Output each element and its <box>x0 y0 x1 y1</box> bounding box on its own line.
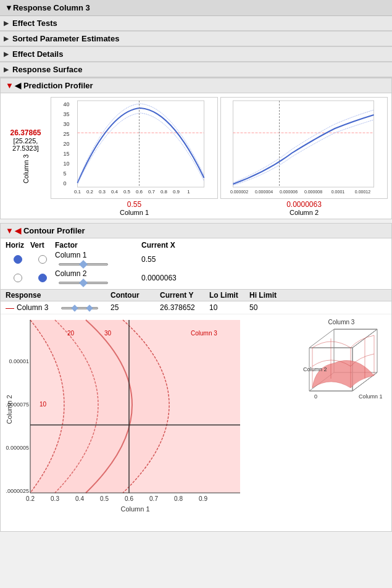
factor1-row: Column 1 0.55 <box>6 251 386 268</box>
svg-text:0.8: 0.8 <box>174 495 183 502</box>
profiler-charts-area: 40 35 30 25 20 15 10 5 0 <box>49 96 389 216</box>
svg-text:0.7: 0.7 <box>148 189 156 195</box>
response-surface-label: Response Surface <box>12 65 82 74</box>
svg-text:35: 35 <box>64 111 70 117</box>
factor1-slider-diamond[interactable] <box>79 260 88 269</box>
response-title: ▼ Response Column 3 <box>0 0 392 16</box>
vert-radio-2[interactable] <box>38 274 47 282</box>
contour-red-icon: ◀ <box>15 226 21 235</box>
effect-tests-arrow-icon: ▶ <box>4 20 9 27</box>
response-slider-left-diamond[interactable] <box>72 304 78 311</box>
factor1-slider-track[interactable] <box>59 263 108 266</box>
contour-chart-area: 10 20 30 Column 3 0.2 0.3 0.4 0.5 0.6 0.… <box>1 314 391 531</box>
hi-limit-header: Hi Limit <box>249 291 290 300</box>
chart1-x-value[interactable]: 0.55 <box>49 200 219 209</box>
svg-text:0.7: 0.7 <box>149 495 158 502</box>
contour-map: 10 20 30 Column 3 0.2 0.3 0.4 0.5 0.6 0.… <box>6 317 294 529</box>
svg-text:0.9: 0.9 <box>173 189 180 195</box>
svg-text:25: 25 <box>64 131 70 137</box>
svg-text:20: 20 <box>64 141 70 147</box>
chart-footers: 0.55 Column 1 0.0000063 Column 2 <box>49 200 389 216</box>
sorted-params-label: Sorted Parameter Estimates <box>12 34 119 43</box>
effect-details-label: Effect Details <box>12 49 63 59</box>
factor2-slider-diamond[interactable] <box>79 279 88 287</box>
profiler-y-name: Column 3 <box>22 154 30 183</box>
contour-header[interactable]: ▼ ◀ Contour Profiler <box>1 224 391 238</box>
contour-title: Contour Profiler <box>23 226 85 235</box>
factor-controls: Horiz Vert Factor Current X Column 1 0.5… <box>1 238 391 289</box>
response-name-cell: — Column 3 <box>6 303 61 313</box>
lo-limit-value-cell[interactable]: 10 <box>209 303 249 312</box>
svg-text:0.00012: 0.00012 <box>355 190 370 194</box>
response-slider-track[interactable] <box>61 307 98 309</box>
svg-text:1: 1 <box>187 189 190 195</box>
effect-tests-label: Effect Tests <box>12 19 57 28</box>
chart1-footer: 0.55 Column 1 <box>49 200 219 216</box>
factor2-slider-track[interactable] <box>59 282 108 284</box>
response-slider-cell[interactable] <box>61 303 111 312</box>
horiz-header: Horiz <box>6 241 30 250</box>
prediction-profiler-panel: ▼ ◀ Prediction Profiler 26.37865 [25.225… <box>0 78 392 219</box>
factor1-current-x[interactable]: 0.55 <box>141 255 156 264</box>
factor-header: Factor <box>55 241 141 250</box>
svg-text:10: 10 <box>64 161 70 167</box>
chart2-container: 0.000002 0.000004 0.000006 0.000008 0.00… <box>220 97 388 199</box>
response-col-header: Response <box>6 291 61 300</box>
chart2-x-value[interactable]: 0.0000063 <box>219 200 389 209</box>
profiler-red-icon: ◀ <box>15 81 21 90</box>
svg-text:Column 3: Column 3 <box>191 330 217 337</box>
svg-text:0.3: 0.3 <box>51 495 59 502</box>
response-slider-right-diamond[interactable] <box>86 304 93 311</box>
contour-value-cell[interactable]: 25 <box>111 303 160 312</box>
contour-col-header <box>61 291 111 300</box>
svg-text:Column 1: Column 1 <box>120 505 149 513</box>
effect-details-section[interactable]: ▶ Effect Details <box>0 47 392 62</box>
effect-tests-section[interactable]: ▶ Effect Tests <box>0 16 392 32</box>
factor2-name: Column 2 <box>55 269 141 287</box>
factor2-current-x[interactable]: 0.0000063 <box>141 274 177 282</box>
threed-surface: Column 3 Column 2 0 <box>297 317 386 529</box>
contour-map-svg: 10 20 30 Column 3 0.2 0.3 0.4 0.5 0.6 0.… <box>6 317 271 527</box>
svg-text:30: 30 <box>64 121 70 127</box>
response-surface-section[interactable]: ▶ Response Surface <box>0 62 392 78</box>
controls-header-row: Horiz Vert Factor Current X <box>6 241 386 250</box>
horiz-radio-1[interactable] <box>14 255 22 264</box>
svg-text:0.6: 0.6 <box>136 189 143 195</box>
svg-text:0.00001: 0.00001 <box>9 358 29 364</box>
sorted-params-section[interactable]: ▶ Sorted Parameter Estimates <box>0 32 392 47</box>
svg-text:0.000005: 0.000005 <box>6 445 29 451</box>
horiz-radio-2[interactable] <box>14 274 22 282</box>
profiler-y-interval1: [25.225, <box>14 137 38 145</box>
vert-radio-1[interactable] <box>38 255 47 264</box>
svg-text:0.4: 0.4 <box>111 189 119 195</box>
collapse-arrow-icon[interactable]: ▼ <box>5 3 13 12</box>
factor2-vert[interactable] <box>30 274 55 282</box>
svg-text:15: 15 <box>64 151 70 157</box>
chart1-container: 40 35 30 25 20 15 10 5 0 <box>51 97 218 199</box>
svg-text:0.4: 0.4 <box>75 495 84 502</box>
response-color-line: — <box>6 303 14 313</box>
factor1-name: Column 1 <box>55 251 141 268</box>
svg-text:Column 2: Column 2 <box>303 366 327 372</box>
factor1-vert[interactable] <box>30 255 55 264</box>
effect-details-arrow-icon: ▶ <box>4 51 9 57</box>
factor2-horiz[interactable] <box>6 274 30 282</box>
svg-text:0: 0 <box>314 393 317 400</box>
svg-text:Column 1: Column 1 <box>359 393 383 400</box>
hi-limit-value-cell[interactable]: 50 <box>249 303 290 312</box>
svg-text:0.8: 0.8 <box>161 189 168 195</box>
svg-text:30: 30 <box>104 330 112 337</box>
response-title-text: Response Column 3 <box>13 3 90 12</box>
svg-text:0.000004: 0.000004 <box>255 190 273 194</box>
svg-text:0.9: 0.9 <box>199 495 207 502</box>
profiler-header[interactable]: ▼ ◀ Prediction Profiler <box>1 78 391 93</box>
sorted-params-arrow-icon: ▶ <box>4 35 9 42</box>
current-y-value-cell[interactable]: 26.378652 <box>160 303 209 312</box>
profiler-content: 26.37865 [25.225, 27.5323] Column 3 40 3… <box>1 93 391 219</box>
profiler-y-axis: 26.37865 [25.225, 27.5323] Column 3 <box>3 96 49 216</box>
svg-text:0.2: 0.2 <box>86 189 94 195</box>
chart1-x-name: Column 1 <box>49 209 219 216</box>
threed-svg: Column 3 Column 2 0 <box>297 317 386 403</box>
svg-text:0.000006: 0.000006 <box>280 190 298 194</box>
factor1-horiz[interactable] <box>6 255 30 264</box>
